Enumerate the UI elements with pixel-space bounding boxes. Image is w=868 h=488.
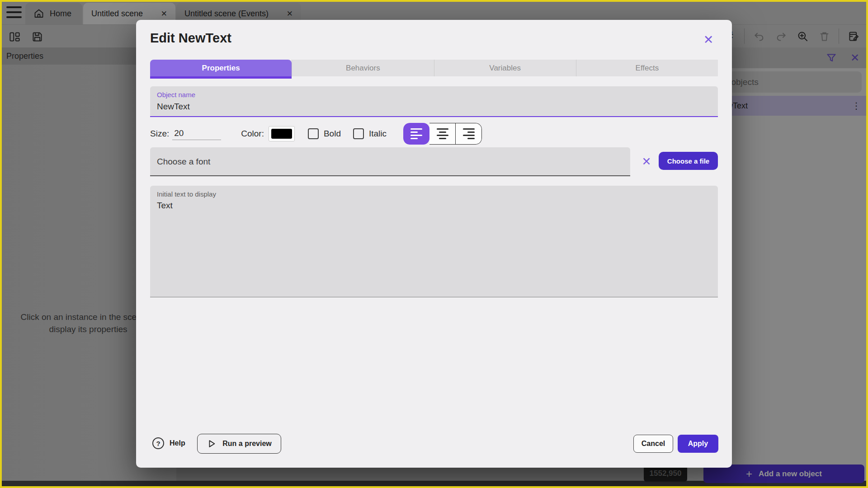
italic-checkbox[interactable] — [353, 128, 364, 139]
app-window: Home Untitled scene ✕ Untitled scene (Ev… — [0, 0, 868, 488]
clear-font-icon[interactable]: ✕ — [639, 154, 654, 169]
text-alignment-group — [403, 123, 482, 145]
help-label: Help — [170, 439, 185, 447]
size-label: Size: — [150, 129, 169, 139]
color-label: Color: — [241, 129, 264, 139]
object-name-field[interactable]: Object name NewText — [150, 86, 718, 117]
italic-label: Italic — [369, 129, 387, 139]
dialog-tabs: Properties Behaviors Variables Effects — [150, 60, 718, 76]
close-dialog-icon[interactable]: ✕ — [700, 32, 717, 48]
dialog-title: Edit NewText — [150, 31, 231, 46]
bold-checkbox[interactable] — [308, 128, 319, 139]
align-center-button[interactable] — [429, 123, 456, 145]
cancel-button[interactable]: Cancel — [633, 435, 673, 453]
font-field-placeholder: Choose a font — [157, 157, 210, 167]
tab-effects[interactable]: Effects — [576, 60, 718, 76]
initial-text-label: Initial text to display — [157, 190, 216, 198]
object-name-label: Object name — [157, 91, 195, 99]
tab-variables[interactable]: Variables — [434, 60, 576, 76]
play-icon — [207, 439, 217, 449]
align-left-button[interactable] — [403, 123, 429, 145]
text-style-row: Size: Color: Bold Italic — [150, 123, 482, 145]
tab-behaviors[interactable]: Behaviors — [292, 60, 434, 76]
run-preview-label: Run a preview — [222, 440, 271, 448]
question-icon: ? — [152, 437, 164, 449]
help-button[interactable]: ? Help — [152, 437, 185, 449]
color-swatch[interactable] — [269, 126, 295, 141]
run-preview-button[interactable]: Run a preview — [197, 434, 281, 454]
color-swatch-fill — [271, 129, 292, 139]
apply-button[interactable]: Apply — [678, 435, 718, 453]
align-right-button[interactable] — [456, 123, 482, 145]
size-input[interactable] — [172, 127, 221, 140]
dialog-actions: ? Help Run a preview Cancel Apply — [136, 434, 732, 455]
initial-text-value: Text — [157, 201, 173, 211]
initial-text-field[interactable]: Initial text to display Text — [150, 186, 718, 297]
font-field[interactable]: Choose a font — [150, 147, 630, 176]
bold-label: Bold — [324, 129, 341, 139]
tab-properties[interactable]: Properties — [150, 60, 292, 76]
edit-object-dialog: Edit NewText ✕ Properties Behaviors Vari… — [136, 20, 732, 468]
choose-file-button[interactable]: Choose a file — [659, 152, 718, 170]
object-name-value: NewText — [157, 102, 190, 112]
